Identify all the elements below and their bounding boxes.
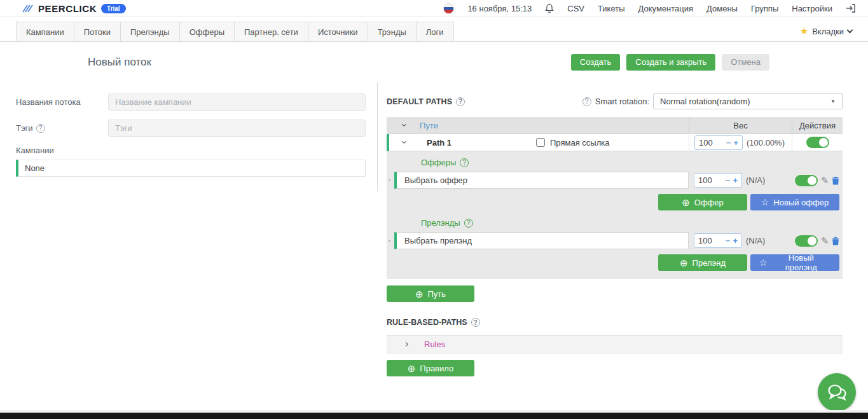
prelands-section-label: Прелэнды ?: [421, 218, 843, 228]
minus-icon[interactable]: −: [726, 175, 731, 185]
nav-documentation[interactable]: Документация: [638, 4, 694, 13]
tab-bar: Кампании Потоки Прелэнды Офферы Партнер.…: [0, 17, 868, 42]
datetime: 16 ноября, 15:13: [467, 4, 532, 13]
tags-input[interactable]: [108, 120, 366, 137]
paths-table-header: Пути Вес Действия: [387, 117, 843, 134]
logo[interactable]: PEERCLICK Trial: [21, 3, 126, 14]
path-weight-stepper: − +: [694, 135, 743, 150]
offer-row: Выбрать оффер − + (N/A) ✎: [394, 172, 843, 189]
default-paths-heading: DEFAULT PATHS ?: [387, 97, 465, 106]
bookmarks-label: Вкладки: [812, 27, 844, 36]
campaigns-value: None: [25, 163, 45, 173]
campaigns-value-row[interactable]: None: [16, 160, 366, 177]
chat-icon: [827, 383, 847, 401]
offer-enabled-toggle[interactable]: [795, 175, 818, 186]
rules-row[interactable]: Rules: [387, 335, 843, 354]
offer-select[interactable]: Выбрать оффер: [394, 172, 689, 189]
actions-column-header: Действия: [792, 117, 843, 134]
new-preland-button[interactable]: ☆ Новый прелэнд: [750, 254, 839, 271]
direct-link-checkbox[interactable]: [536, 138, 545, 147]
trash-icon[interactable]: [832, 237, 839, 245]
logout-icon[interactable]: [846, 4, 855, 13]
tab-trends[interactable]: Трэнды: [368, 22, 417, 41]
flow-name-label: Названия потока: [16, 97, 108, 107]
path-enabled-toggle[interactable]: [806, 137, 829, 148]
nav-csv[interactable]: CSV: [567, 4, 584, 13]
nav-settings[interactable]: Настройки: [792, 4, 832, 13]
smart-rotation-select[interactable]: Normal rotation(random) ▼: [653, 93, 843, 109]
content: Названия потока Тэги ? Кампании None DEF…: [0, 82, 868, 376]
logo-text: PEERCLICK: [38, 3, 97, 14]
path-name[interactable]: Path 1: [427, 138, 451, 148]
rules-label[interactable]: Rules: [424, 340, 445, 349]
preland-weight-input[interactable]: [698, 236, 717, 245]
tab-prelands[interactable]: Прелэнды: [120, 22, 180, 41]
preland-row: Выбрать прелэнд − + (N/A) ✎: [394, 232, 843, 249]
tab-affiliate-networks[interactable]: Партнер. сети: [234, 22, 308, 41]
chat-button[interactable]: [818, 373, 856, 411]
create-and-close-button[interactable]: Создать и закрыть: [626, 54, 715, 71]
paths-column-header[interactable]: Пути: [420, 121, 438, 130]
preland-select[interactable]: Выбрать прелэнд: [394, 232, 689, 249]
offer-weight-input[interactable]: [698, 175, 717, 185]
weight-column-header: Вес: [689, 117, 792, 134]
path-weight-share: (100.00%): [747, 138, 785, 148]
path-row: Path 1 Прямая ссылка − + (100.00%): [387, 134, 843, 151]
tab-sources[interactable]: Источники: [308, 22, 368, 41]
minus-icon[interactable]: −: [726, 236, 731, 245]
tab-offers[interactable]: Офферы: [179, 22, 235, 41]
minus-icon[interactable]: −: [726, 138, 731, 148]
new-offer-button[interactable]: ☆ Новый оффер: [750, 194, 839, 210]
add-path-button[interactable]: ⊕ Путь: [387, 285, 474, 302]
add-preland-button[interactable]: ⊕ Прелэнд: [658, 254, 747, 271]
star-icon: ★: [800, 25, 808, 37]
preland-weight-share: (N/A): [746, 236, 765, 245]
language-flag-icon[interactable]: [443, 3, 454, 14]
add-rule-button[interactable]: ⊕ Правило: [387, 360, 474, 376]
collapse-all-icon[interactable]: [402, 122, 406, 127]
offer-weight-share: (N/A): [746, 175, 765, 185]
preland-select-value: Выбрать прелэнд: [404, 236, 472, 245]
collapse-path-icon[interactable]: [402, 139, 406, 144]
question-icon[interactable]: ?: [460, 158, 469, 167]
nav-groups[interactable]: Группы: [751, 4, 778, 13]
cancel-button[interactable]: Отмена: [722, 54, 769, 71]
direct-link-label: Прямая ссылка: [550, 138, 609, 148]
plus-circle-icon: ⊕: [682, 198, 690, 207]
tab-logs[interactable]: Логи: [416, 22, 454, 41]
offer-weight-stepper: − +: [694, 173, 742, 188]
preland-enabled-toggle[interactable]: [795, 235, 818, 247]
create-button[interactable]: Создать: [571, 54, 620, 71]
add-offer-button[interactable]: ⊕ Оффер: [658, 194, 747, 210]
nav-domains[interactable]: Домены: [706, 4, 738, 13]
tab-campaigns[interactable]: Кампании: [16, 22, 74, 41]
plus-icon[interactable]: +: [733, 138, 738, 148]
campaigns-label: Кампании: [16, 146, 366, 155]
chevron-down-icon: [847, 27, 853, 34]
logo-icon: [21, 4, 34, 13]
page-title: Новый поток: [88, 56, 151, 69]
trash-icon[interactable]: [832, 176, 839, 185]
edit-icon[interactable]: ✎: [821, 175, 829, 186]
drag-dot-icon: [389, 240, 390, 242]
drag-dot-icon: [389, 179, 390, 181]
plus-icon[interactable]: +: [733, 236, 738, 245]
tags-label: Тэги ?: [16, 123, 108, 133]
top-header: PEERCLICK Trial 16 ноября, 15:13 CSV Тик…: [0, 0, 868, 17]
star-outline-icon: ☆: [761, 198, 769, 207]
path-weight-input[interactable]: [699, 138, 718, 148]
rule-based-paths-heading: RULE-BASED-PATHS ?: [387, 318, 843, 327]
question-icon[interactable]: ?: [36, 124, 45, 133]
question-icon[interactable]: ?: [582, 97, 591, 106]
flow-name-input[interactable]: [108, 93, 366, 111]
nav-tickets[interactable]: Тикеты: [598, 4, 625, 13]
question-icon[interactable]: ?: [464, 219, 473, 228]
question-icon[interactable]: ?: [456, 97, 465, 106]
flow-form-panel: Названия потока Тэги ? Кампании None: [0, 82, 377, 376]
tab-flows[interactable]: Потоки: [74, 22, 121, 41]
edit-icon[interactable]: ✎: [821, 235, 829, 247]
bookmarks-menu[interactable]: ★ Вкладки: [800, 25, 852, 37]
plus-icon[interactable]: +: [733, 175, 738, 185]
bell-icon[interactable]: [545, 3, 554, 13]
question-icon[interactable]: ?: [471, 318, 480, 327]
